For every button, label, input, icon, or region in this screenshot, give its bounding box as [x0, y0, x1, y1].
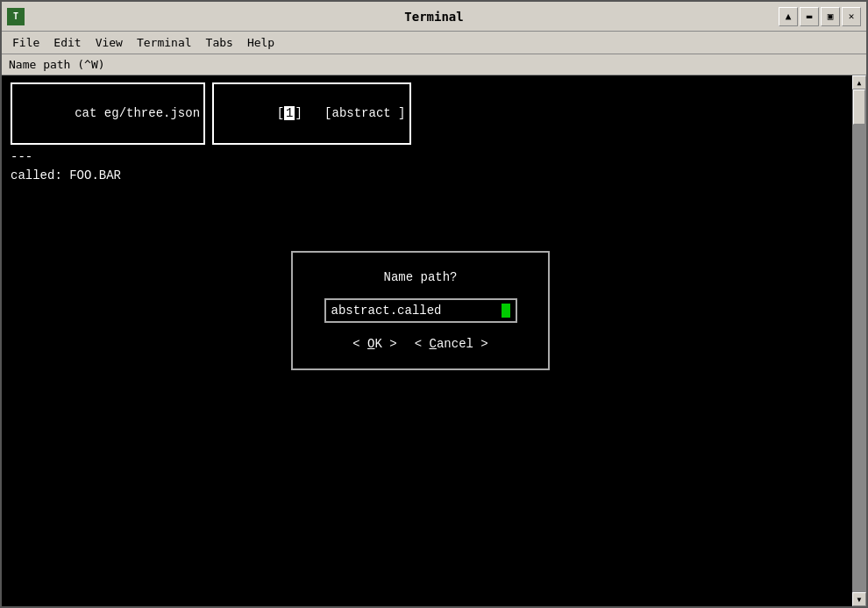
- menu-file[interactable]: File: [5, 34, 46, 51]
- terminal-called: called: FOO.BAR: [11, 167, 857, 185]
- ok-button[interactable]: < OK >: [352, 337, 396, 351]
- scrollbar: ▲ ▼: [852, 75, 866, 606]
- title-bar-left: T: [7, 8, 25, 25]
- bracket-close: ] [abstract ]: [295, 106, 405, 120]
- menu-terminal[interactable]: Terminal: [130, 34, 199, 51]
- dialog-input-wrapper[interactable]: [324, 298, 517, 323]
- terminal-command: cat eg/three.json: [75, 106, 200, 120]
- window-title: Terminal: [404, 10, 463, 24]
- address-bar-text: Name path (^W): [9, 58, 105, 71]
- scrollbar-thumb[interactable]: [853, 89, 865, 125]
- menu-view[interactable]: View: [89, 34, 130, 51]
- terminal-content: cat eg/three.json [1] [abstract ] --- ca…: [2, 75, 866, 192]
- menu-edit[interactable]: Edit: [46, 34, 88, 51]
- close-button[interactable]: ✕: [842, 7, 861, 26]
- scroll-down-arrow[interactable]: ▼: [852, 592, 866, 606]
- address-bar: Name path (^W): [2, 54, 866, 75]
- menu-tabs[interactable]: Tabs: [199, 34, 240, 51]
- terminal-icon-label: T: [13, 11, 18, 21]
- terminal-command-line: cat eg/three.json: [11, 82, 205, 145]
- cancel-button[interactable]: < Cancel >: [415, 337, 488, 351]
- minimize-button[interactable]: ▬: [800, 7, 819, 26]
- title-bar: T Terminal ▲ ▬ ▣ ✕: [2, 2, 866, 32]
- terminal-result-line: [1] [abstract ]: [212, 82, 410, 145]
- menu-bar: File Edit View Terminal Tabs Help: [2, 32, 866, 54]
- window-controls: ▲ ▬ ▣ ✕: [779, 7, 861, 26]
- terminal-separator: ---: [11, 148, 857, 167]
- line-number: 1: [284, 106, 295, 120]
- scroll-up-button[interactable]: ▲: [779, 7, 798, 26]
- terminal-area: cat eg/three.json [1] [abstract ] --- ca…: [2, 75, 866, 606]
- dialog-buttons: < OK > < Cancel >: [352, 337, 487, 351]
- scroll-up-arrow[interactable]: ▲: [852, 75, 866, 89]
- terminal-window: T Terminal ▲ ▬ ▣ ✕ File Edit View Termin…: [0, 0, 868, 608]
- dialog-box: Name path? < OK > < Cancel >: [291, 251, 550, 370]
- maximize-button[interactable]: ▣: [821, 7, 840, 26]
- scrollbar-track[interactable]: [852, 89, 866, 592]
- name-path-input[interactable]: [331, 304, 502, 318]
- bracket-open: [: [277, 106, 284, 120]
- dialog-prompt-text: Name path?: [383, 270, 457, 284]
- terminal-icon: T: [7, 8, 25, 25]
- text-cursor: [502, 304, 510, 318]
- menu-help[interactable]: Help: [240, 34, 281, 51]
